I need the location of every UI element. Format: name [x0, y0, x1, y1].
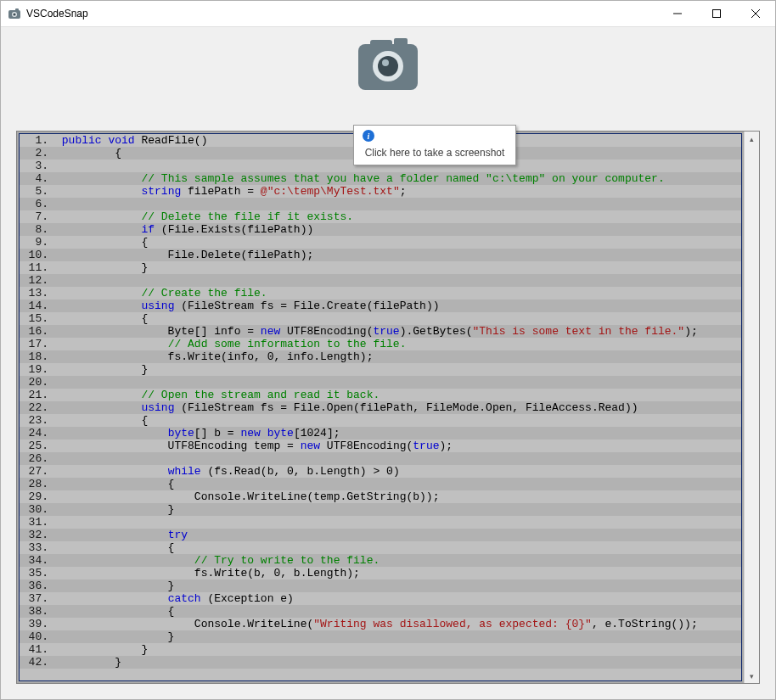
line-source: File.Delete(filePath);	[53, 249, 741, 261]
line-source: }	[53, 630, 741, 643]
line-number: 40.	[20, 630, 53, 643]
line-source	[53, 452, 741, 465]
line-source	[53, 516, 741, 529]
code-line[interactable]: 37. catch (Exception e)	[20, 592, 741, 605]
line-source: string filePath = @"c:\temp\MyTest.txt";	[53, 185, 741, 198]
line-number: 12.	[20, 274, 53, 287]
window-title: VSCodeSnap	[26, 8, 658, 20]
code-line[interactable]: 10. File.Delete(filePath);	[20, 249, 741, 261]
maximize-button[interactable]	[697, 1, 736, 26]
code-line[interactable]: 25. UTF8Encoding temp = new UTF8Encoding…	[20, 440, 741, 452]
line-number: 21.	[20, 389, 53, 401]
line-source: try	[53, 529, 741, 541]
code-line[interactable]: 18. fs.Write(info, 0, info.Length);	[20, 350, 741, 363]
code-line[interactable]: 9. {	[20, 236, 741, 249]
line-number: 36.	[20, 580, 53, 592]
line-number: 14.	[20, 300, 53, 312]
line-number: 39.	[20, 618, 53, 630]
code-line[interactable]: 21. // Open the stream and read it back.	[20, 389, 741, 401]
line-number: 16.	[20, 325, 53, 338]
code-line[interactable]: 36. }	[20, 580, 741, 592]
code-line[interactable]: 41. }	[20, 643, 741, 656]
code-line[interactable]: 23. {	[20, 414, 741, 427]
code-line[interactable]: 16. Byte[] info = new UTF8Encoding(true)…	[20, 325, 741, 338]
line-source: // Delete the file if it exists.	[53, 210, 741, 223]
code-line[interactable]: 19. }	[20, 363, 741, 376]
code-line[interactable]: 26.	[20, 452, 741, 465]
line-source: }	[53, 503, 741, 516]
line-source: }	[53, 363, 741, 376]
code-line[interactable]: 6.	[20, 198, 741, 210]
code-line[interactable]: 39. Console.WriteLine("Writing was disal…	[20, 618, 741, 630]
code-editor[interactable]: 1. public void ReadFile()2. {3.4. // Thi…	[19, 133, 742, 681]
line-number: 25.	[20, 440, 53, 452]
svg-point-2	[13, 13, 15, 15]
line-source	[53, 376, 741, 389]
scroll-down-button[interactable]: ▾	[745, 669, 759, 683]
line-number: 27.	[20, 465, 53, 478]
line-number: 31.	[20, 516, 53, 529]
code-line[interactable]: 28. {	[20, 478, 741, 490]
line-number: 35.	[20, 567, 53, 580]
code-line[interactable]: 27. while (fs.Read(b, 0, b.Length) > 0)	[20, 465, 741, 478]
titlebar[interactable]: VSCodeSnap	[1, 1, 775, 27]
minimize-button[interactable]	[658, 1, 697, 26]
line-number: 10.	[20, 249, 53, 261]
line-source: UTF8Encoding temp = new UTF8Encoding(tru…	[53, 440, 741, 452]
code-line[interactable]: 11. }	[20, 261, 741, 274]
line-number: 24.	[20, 427, 53, 440]
line-number: 19.	[20, 363, 53, 376]
line-number: 41.	[20, 643, 53, 656]
screenshot-button[interactable]	[358, 44, 418, 90]
line-source: // Open the stream and read it back.	[53, 389, 741, 401]
info-icon: i	[363, 130, 374, 142]
code-line[interactable]: 15. {	[20, 312, 741, 325]
vertical-scrollbar[interactable]: ▴ ▾	[744, 132, 759, 683]
line-source: {	[53, 414, 741, 427]
scroll-up-button[interactable]: ▴	[745, 132, 759, 146]
close-button[interactable]	[736, 1, 775, 26]
code-line[interactable]: 40. }	[20, 630, 741, 643]
line-source: Byte[] info = new UTF8Encoding(true).Get…	[53, 325, 741, 338]
code-line[interactable]: 31.	[20, 516, 741, 529]
code-line[interactable]: 17. // Add some information to the file.	[20, 338, 741, 350]
code-line[interactable]: 7. // Delete the file if it exists.	[20, 210, 741, 223]
line-number: 9.	[20, 236, 53, 249]
line-source: while (fs.Read(b, 0, b.Length) > 0)	[53, 465, 741, 478]
code-line[interactable]: 29. Console.WriteLine(temp.GetString(b))…	[20, 490, 741, 503]
line-number: 8.	[20, 223, 53, 236]
line-number: 6.	[20, 198, 53, 210]
line-number: 38.	[20, 605, 53, 618]
line-source: byte[] b = new byte[1024];	[53, 427, 741, 440]
code-line[interactable]: 13. // Create the file.	[20, 287, 741, 300]
code-line[interactable]: 4. // This sample assumes that you have …	[20, 172, 741, 185]
code-line[interactable]: 20.	[20, 376, 741, 389]
code-line[interactable]: 32. try	[20, 529, 741, 541]
code-line[interactable]: 30. }	[20, 503, 741, 516]
line-number: 33.	[20, 541, 53, 554]
code-line[interactable]: 42. }	[20, 656, 741, 669]
line-source: }	[53, 580, 741, 592]
line-source	[53, 198, 741, 210]
code-line[interactable]: 8. if (File.Exists(filePath))	[20, 223, 741, 236]
line-number: 34.	[20, 554, 53, 567]
line-source: // This sample assumes that you have a f…	[53, 172, 741, 185]
line-number: 4.	[20, 172, 53, 185]
code-line[interactable]: 5. string filePath = @"c:\temp\MyTest.tx…	[20, 185, 741, 198]
line-number: 32.	[20, 529, 53, 541]
code-line[interactable]: 12.	[20, 274, 741, 287]
code-line[interactable]: 35. fs.Write(b, 0, b.Length);	[20, 567, 741, 580]
line-source: {	[53, 312, 741, 325]
line-source: if (File.Exists(filePath))	[53, 223, 741, 236]
line-number: 5.	[20, 185, 53, 198]
line-number: 11.	[20, 261, 53, 274]
code-line[interactable]: 24. byte[] b = new byte[1024];	[20, 427, 741, 440]
code-line[interactable]: 14. using (FileStream fs = File.Create(f…	[20, 300, 741, 312]
code-line[interactable]: 34. // Try to write to the file.	[20, 554, 741, 567]
line-source: Console.WriteLine("Writing was disallowe…	[53, 618, 741, 630]
code-line[interactable]: 33. {	[20, 541, 741, 554]
line-number: 23.	[20, 414, 53, 427]
line-number: 17.	[20, 338, 53, 350]
code-line[interactable]: 38. {	[20, 605, 741, 618]
code-line[interactable]: 22. using (FileStream fs = File.Open(fil…	[20, 401, 741, 414]
